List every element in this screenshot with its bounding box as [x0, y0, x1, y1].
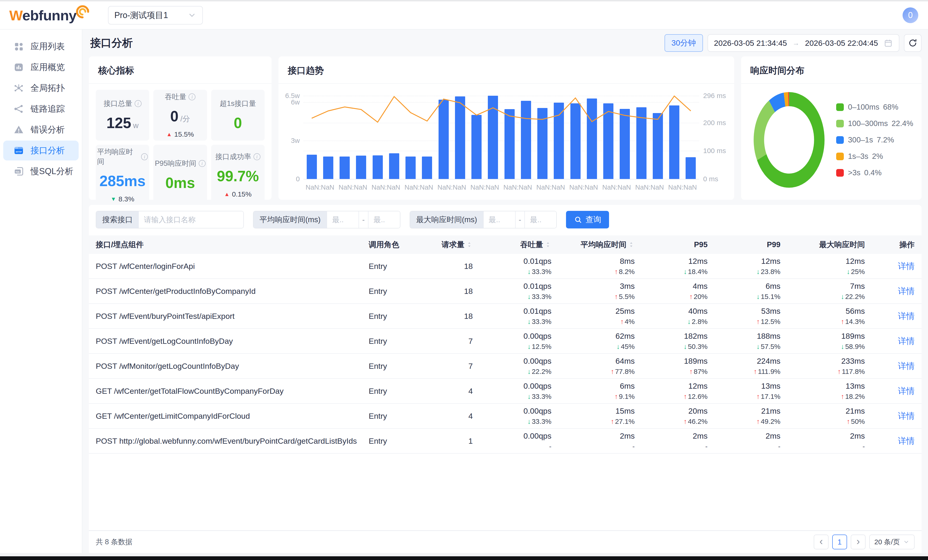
column-header[interactable]: 平均响应时间 — [551, 240, 635, 250]
sort-icon[interactable] — [628, 241, 635, 248]
detail-link[interactable]: 详情 — [898, 361, 914, 371]
sidebar-item-4[interactable]: 错误分析 — [3, 120, 79, 140]
request-count: 18 — [427, 287, 473, 296]
request-count: 1 — [427, 436, 473, 446]
sidebar-item-6[interactable]: SQL慢SQL分析 — [3, 162, 79, 181]
x-axis-label: NaN:NaN — [403, 183, 435, 191]
column-header: 接口/埋点组件 — [96, 240, 369, 250]
info-icon[interactable]: i — [189, 93, 195, 100]
delta-up-icon: ↑ — [837, 368, 841, 375]
sort-icon[interactable] — [466, 241, 473, 248]
legend-value: 68% — [883, 103, 898, 111]
info-icon[interactable]: i — [134, 100, 142, 107]
api-path: POST /wfCenter/loginForApi — [96, 262, 369, 271]
delta-up-icon: ↑ — [756, 392, 760, 400]
info-icon[interactable]: i — [253, 153, 261, 160]
delta-down-icon: ↓ — [527, 418, 531, 426]
search-input[interactable] — [139, 211, 243, 228]
detail-link[interactable]: 详情 — [898, 261, 914, 271]
metric-tile-1: 吞吐量i0/分▲15.5% — [153, 90, 207, 140]
date-start: 2026-03-05 21:34:45 — [714, 39, 787, 47]
range-separator: - — [359, 211, 368, 228]
delta-down-icon: ↓ — [841, 293, 844, 301]
request-count: 7 — [427, 362, 473, 371]
donut-ring — [750, 88, 828, 192]
page-size-select[interactable]: 20 条/页 — [869, 534, 914, 549]
next-page-button[interactable]: › — [851, 534, 865, 549]
detail-link[interactable]: 详情 — [898, 336, 914, 346]
screen: Webfunny Pro-测试项目1 0 应用列表应用概览全局拓扑链路追踪错误分… — [0, 0, 928, 560]
metric-cell: 64ms↑77.8% — [551, 357, 635, 375]
sidebar-item-3[interactable]: 链路追踪 — [3, 99, 79, 119]
sort-icon[interactable] — [545, 241, 551, 248]
sidebar-item-label: 链路追踪 — [31, 103, 65, 115]
request-count: 7 — [427, 337, 473, 346]
x-axis-label: NaN:NaN — [469, 183, 501, 191]
metric-unit: /分 — [180, 114, 190, 124]
delta-up-icon: ↑ — [611, 418, 614, 426]
page-size-value: 20 条/页 — [875, 537, 900, 547]
call-role: Entry — [369, 262, 427, 271]
detail-link[interactable]: 详情 — [898, 386, 914, 395]
sidebar-item-5[interactable]: HTTP接口分析 — [3, 140, 79, 160]
metric-cell: 2ms- — [708, 432, 780, 450]
x-axis-label: NaN:NaN — [304, 183, 337, 191]
time-range-button[interactable]: 30分钟 — [664, 34, 703, 52]
delta-down-icon: ▼ — [111, 196, 116, 202]
calendar-icon — [884, 38, 893, 47]
time-toolbar: 30分钟 2026-03-05 21:34:45 → 2026-03-05 22… — [664, 34, 922, 52]
metric-cell: 25ms↑4% — [551, 307, 635, 325]
metric-cell: 2ms- — [780, 432, 865, 450]
delta-up-icon: ↑ — [615, 293, 618, 301]
info-icon[interactable]: i — [199, 160, 206, 167]
legend-swatch — [836, 103, 844, 111]
prev-page-button[interactable]: ‹ — [814, 534, 829, 549]
legend-label: >3s — [848, 168, 861, 177]
avg-max-input[interactable] — [368, 211, 400, 228]
current-page-button[interactable]: 1 — [832, 534, 847, 549]
detail-link[interactable]: 详情 — [898, 411, 914, 421]
legend-value: 22.4% — [891, 119, 913, 128]
metric-cell: 13ms↑17.1% — [708, 381, 780, 400]
metric-cell: 7ms↓22.2% — [780, 282, 865, 301]
legend-label: 0–100ms — [848, 103, 879, 111]
legend-value: 2% — [872, 152, 883, 161]
api-path: POST /wfMonitor/getLogCountInfoByDay — [96, 362, 369, 371]
table-row: GET /wfCenter/getLimitCompanyIdForCloud … — [89, 404, 922, 429]
metric-cell: 182ms↓50.3% — [635, 331, 708, 351]
max-min-input[interactable] — [483, 211, 515, 228]
column-header[interactable]: 吞吐量 — [473, 240, 551, 250]
table-row: POST /wfEvent/getLogCountInfoByDay Entry… — [89, 329, 922, 354]
refresh-icon — [908, 38, 917, 48]
delta-down-icon: ↓ — [756, 343, 760, 351]
avg-min-input[interactable] — [327, 211, 359, 228]
query-button[interactable]: 查询 — [566, 211, 609, 229]
max-max-input[interactable] — [524, 211, 556, 228]
project-selector[interactable]: Pro-测试项目1 — [108, 6, 203, 24]
refresh-button[interactable] — [904, 34, 922, 52]
avatar[interactable]: 0 — [902, 8, 918, 23]
detail-link[interactable]: 详情 — [898, 436, 914, 446]
sidebar-item-2[interactable]: 全局拓扑 — [3, 78, 79, 98]
webfunny-logo[interactable]: Webfunny — [9, 7, 90, 24]
info-icon[interactable]: i — [141, 153, 148, 160]
sidebar-item-1[interactable]: 应用概览 — [3, 57, 79, 77]
avg-response-filter-group: 平均响应时间(ms) - — [253, 211, 400, 229]
metric-label: 平均响应时间i — [97, 147, 148, 166]
column-header[interactable]: 请求量 — [427, 240, 473, 250]
call-role: Entry — [369, 387, 427, 395]
chevron-down-icon — [188, 11, 196, 20]
legend-swatch — [836, 169, 844, 177]
logo-text: Webfunny — [9, 7, 76, 24]
trace-icon — [14, 104, 24, 114]
detail-link[interactable]: 详情 — [898, 286, 914, 296]
delta-down-icon: ↓ — [527, 368, 531, 375]
pagination: ‹ 1 › 20 条/页 — [814, 534, 914, 549]
delta-down-icon: ↓ — [847, 268, 850, 276]
metric-cell: 62ms↓45% — [551, 331, 635, 351]
date-range-picker[interactable]: 2026-03-05 21:34:45 → 2026-03-05 22:04:4… — [708, 34, 899, 52]
sidebar-item-0[interactable]: 应用列表 — [3, 37, 79, 56]
api-table-card: 搜索接口 平均响应时间(ms) - 最大响应时间(ms) - — [89, 205, 922, 553]
detail-link[interactable]: 详情 — [898, 311, 914, 321]
sidebar: 应用列表应用概览全局拓扑链路追踪错误分析HTTP接口分析SQL慢SQL分析 — [0, 30, 82, 553]
